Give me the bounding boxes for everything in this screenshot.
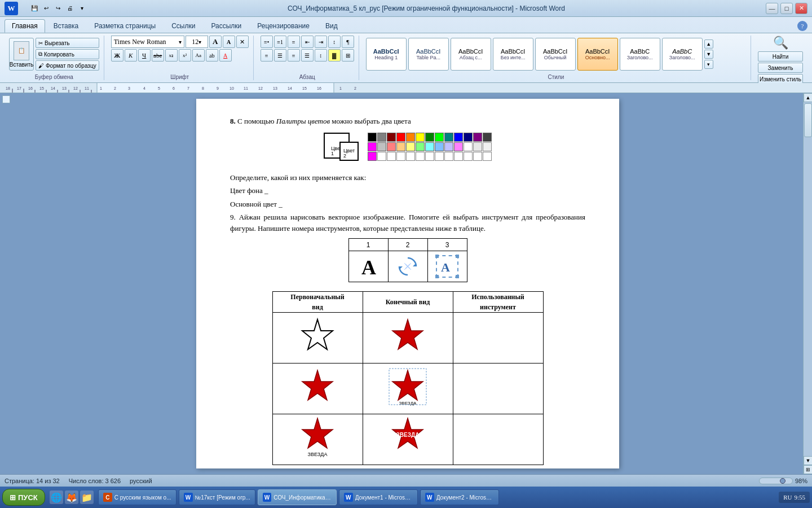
bullets-button[interactable]: ≡• [261,36,273,48]
color-custom12[interactable] [473,152,482,161]
color-lavender[interactable] [444,142,453,151]
styles-more[interactable]: ▾ [704,60,713,69]
style-no-spacing[interactable]: AaBbCcI Без инте... [493,38,533,71]
tab-view[interactable]: Вид [318,19,345,33]
font-size-input[interactable]: 12 ▾ [186,36,208,48]
color-lightcyan[interactable] [425,142,434,151]
text-highlight-button[interactable]: ab [206,49,218,62]
subscript-button[interactable]: x₂ [165,49,178,62]
scroll-down-button[interactable]: ▼ [804,456,812,465]
color-orange[interactable] [406,133,415,142]
color-custom2[interactable] [377,152,386,161]
taskbar-item-3[interactable]: W СОЧ_Информатика_... [258,489,337,505]
color-custom13[interactable] [483,152,492,161]
styles-scroll-down[interactable]: ▼ [704,50,713,59]
color-custom1[interactable] [368,152,377,161]
show-marks-button[interactable]: ¶ [342,36,354,48]
align-right-button[interactable]: ≡ [288,49,300,62]
style-heading2[interactable]: AaBbC Заголово... [620,38,660,71]
tab-mailings[interactable]: Рассылки [204,19,249,33]
taskbar-item-5[interactable]: W Документ2 - Microso... [420,489,499,505]
color-green[interactable] [435,133,444,142]
zoom-slider[interactable] [759,478,793,484]
color-custom3[interactable] [387,152,396,161]
color-darkgreen[interactable] [425,133,434,142]
quick-print[interactable]: 🖨 [65,3,75,14]
sort-button[interactable]: ↕ [328,36,341,48]
underline-button[interactable]: Ч [138,49,151,62]
color-darkred[interactable] [387,133,396,142]
style-table[interactable]: AaBbCcI Table Pa... [408,38,449,71]
font-shrink-button[interactable]: A [223,36,235,48]
scroll-thumb[interactable] [804,103,812,137]
strikethrough-button[interactable]: abe [152,49,164,62]
copy-button[interactable]: ⧉ Копировать [36,49,99,59]
bold-button[interactable]: Ж [111,49,123,62]
style-heading3[interactable]: AaBbC Заголово... [662,38,703,71]
close-button[interactable]: ✕ [795,3,807,14]
color-lightblue[interactable] [435,142,444,151]
color-custom6[interactable] [416,152,425,161]
italic-button[interactable]: К [125,49,137,62]
shading-button[interactable]: ▓ [328,49,341,62]
scroll-up-button[interactable]: ▲ [804,93,812,102]
color-white[interactable] [464,142,473,151]
color-yellow[interactable] [416,133,425,142]
color-purple[interactable] [473,133,482,142]
tab-insert[interactable]: Вставка [46,19,86,33]
style-main[interactable]: AaBbCcI Основно... [577,38,618,71]
taskbar-item-2[interactable]: W №17кст [Режим огр... [179,489,255,505]
color-blue[interactable] [454,133,463,142]
cut-button[interactable]: ✂ Вырезать [36,38,99,48]
scroll-track[interactable] [804,102,812,456]
help-button[interactable]: ? [797,21,807,31]
align-left-button[interactable]: ≡ [261,49,273,62]
tab-review[interactable]: Рецензирование [250,19,317,33]
find-button[interactable]: Найти [758,51,803,62]
style-normal[interactable]: AaBbCcI Обычный [535,38,576,71]
minimize-button[interactable]: — [766,3,778,14]
multilevel-button[interactable]: ≡ [288,36,300,48]
font-grow-button[interactable]: A [209,36,222,48]
taskbar-item-1[interactable]: С С русским языком о... [98,489,176,505]
change-case-button[interactable]: Aa [192,49,205,62]
numbering-button[interactable]: ≡1 [274,36,286,48]
color-custom4[interactable] [396,152,405,161]
color-custom5[interactable] [406,152,415,161]
start-button[interactable]: ⊞ ПУСК [2,489,45,506]
color-lightorange[interactable] [396,142,405,151]
quick-redo[interactable]: ↪ [53,3,63,14]
style-paragraph[interactable]: AaBbCcI Абзац с... [451,38,491,71]
font-color-button[interactable]: A [219,49,232,62]
tab-layout[interactable]: Разметка страницы [87,19,163,33]
explorer-icon[interactable]: 📁 [80,491,94,504]
color-custom7[interactable] [425,152,434,161]
paste-button[interactable]: 📋 Вставить [9,38,34,71]
line-spacing-button[interactable]: ↕ [315,49,327,62]
color-nearwhite[interactable] [483,142,492,151]
font-name-input[interactable]: Times New Roman ▾ [111,36,184,48]
color-black[interactable] [368,133,377,142]
format-painter-button[interactable]: 🖌 Формат по образцу [36,60,99,71]
tab-references[interactable]: Ссылки [164,19,202,33]
color-silver[interactable] [377,142,386,151]
justify-button[interactable]: ☰ [301,49,314,62]
color2-box[interactable]: Цвет2 [339,142,359,161]
ie-icon[interactable]: 🌐 [50,491,63,504]
color-lightgreen[interactable] [416,142,425,151]
color-darkblue[interactable] [464,133,473,142]
maximize-button[interactable]: □ [780,3,793,14]
color-lightred[interactable] [387,142,396,151]
color-darkgray[interactable] [483,133,492,142]
increase-indent-button[interactable]: ⇥ [315,36,327,48]
replace-button[interactable]: Заменить [758,63,803,73]
color-custom11[interactable] [464,152,473,161]
color-red[interactable] [396,133,405,142]
color-custom8[interactable] [435,152,444,161]
color-custom10[interactable] [454,152,463,161]
align-center-button[interactable]: ☰ [274,49,286,62]
borders-button[interactable]: ⊞ [342,49,354,62]
color-teal[interactable] [444,133,453,142]
superscript-button[interactable]: x² [179,49,191,62]
color-lightyellow[interactable] [406,142,415,151]
